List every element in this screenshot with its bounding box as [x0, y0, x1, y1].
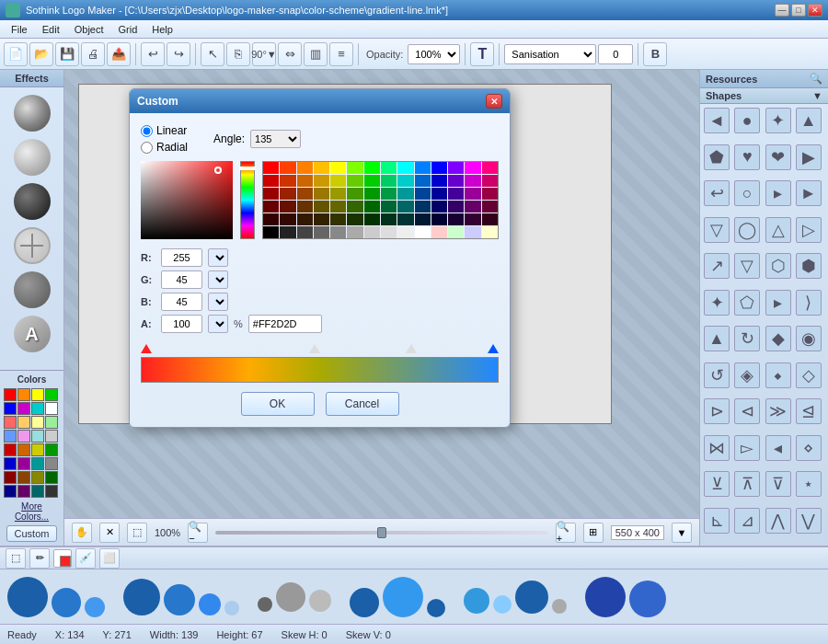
palette-color-cell[interactable] [347, 201, 362, 213]
lock-btn[interactable]: ⬜ [99, 548, 120, 569]
palette-color-cell[interactable] [381, 201, 397, 213]
palette-color-cell[interactable] [482, 175, 498, 187]
hex-input[interactable] [248, 315, 322, 333]
shape-item[interactable]: ▻ [734, 435, 760, 461]
ok-button[interactable]: OK [241, 392, 315, 416]
font-size-input[interactable] [598, 44, 633, 64]
color-circle[interactable] [493, 595, 512, 614]
angle-select[interactable]: 13504590180 [250, 130, 301, 148]
shape-item[interactable]: ✦ [765, 108, 791, 133]
effect-cross[interactable] [14, 227, 51, 264]
shape-item[interactable]: ▽ [704, 217, 730, 243]
palette-color-cell[interactable] [280, 188, 295, 200]
palette-color-cell[interactable] [448, 226, 464, 238]
search-icon[interactable]: 🔍 [810, 73, 822, 85]
color-circle[interactable] [585, 577, 626, 617]
palette-color-cell[interactable] [280, 162, 295, 174]
zoom-in[interactable]: 🔍+ [556, 523, 576, 543]
palette-color-cell[interactable] [448, 175, 464, 187]
palette-color-cell[interactable] [448, 201, 464, 213]
menu-object[interactable]: Object [67, 22, 111, 37]
effect-dark[interactable] [14, 183, 51, 220]
arrange-button[interactable]: ▥ [304, 42, 328, 66]
shape-item[interactable]: ► [796, 180, 822, 206]
color-palette[interactable] [262, 161, 499, 239]
shape-item[interactable]: ⬢ [796, 253, 822, 279]
palette-color-cell[interactable] [482, 162, 498, 174]
shapes-dropdown-icon[interactable]: ▼ [812, 90, 822, 101]
color-swatch[interactable] [17, 388, 30, 401]
palette-color-cell[interactable] [448, 162, 464, 174]
palette-color-cell[interactable] [431, 188, 447, 200]
shape-item[interactable]: ⊲ [734, 398, 760, 424]
palette-color-cell[interactable] [280, 213, 295, 225]
color-swatch[interactable] [4, 402, 17, 415]
shape-item[interactable]: ◉ [796, 326, 822, 351]
rotate-button[interactable]: 90°▼ [252, 42, 276, 66]
palette-color-cell[interactable] [330, 213, 346, 225]
palette-color-cell[interactable] [330, 188, 346, 200]
shape-item[interactable]: ◄ [704, 108, 730, 133]
palette-color-cell[interactable] [381, 226, 397, 238]
color-swatch[interactable] [17, 457, 30, 470]
g-input[interactable] [161, 270, 202, 289]
color-swatch[interactable] [17, 430, 30, 443]
close-button[interactable]: ✕ [808, 4, 822, 17]
color-swatch[interactable] [45, 457, 58, 470]
shape-item[interactable]: ⬡ [765, 253, 791, 279]
palette-color-cell[interactable] [397, 162, 413, 174]
palette-color-cell[interactable] [482, 213, 498, 225]
open-button[interactable]: 📂 [29, 42, 53, 66]
redo-button[interactable]: ↪ [167, 42, 190, 66]
shape-item[interactable]: ⊽ [765, 471, 791, 497]
shape-item[interactable]: ▲ [796, 108, 822, 133]
color-circle[interactable] [7, 577, 48, 617]
palette-color-cell[interactable] [347, 188, 362, 200]
shape-item[interactable]: ⊿ [734, 508, 760, 534]
a-input[interactable] [161, 315, 202, 333]
palette-color-cell[interactable] [415, 226, 431, 238]
shape-item[interactable]: ▷ [796, 217, 822, 243]
undo-button[interactable]: ↩ [141, 42, 165, 66]
color-circle[interactable] [350, 588, 379, 617]
r-select[interactable]: ▼ [208, 248, 228, 267]
strip-btn2[interactable]: ✏ [29, 548, 50, 569]
color-swatch[interactable] [31, 416, 44, 429]
palette-color-cell[interactable] [347, 175, 362, 187]
bold-button[interactable]: B [643, 42, 667, 66]
color-circle[interactable] [629, 581, 666, 617]
b-input[interactable] [161, 293, 202, 311]
color-swatch[interactable] [17, 471, 30, 484]
shape-item[interactable]: ◇ [796, 362, 822, 388]
color-circle[interactable] [383, 577, 423, 617]
color-swatch[interactable] [4, 443, 17, 456]
color-swatch[interactable] [4, 485, 17, 498]
palette-color-cell[interactable] [381, 175, 397, 187]
color-swatch[interactable] [17, 416, 30, 429]
color-circle[interactable] [123, 579, 160, 615]
font-select[interactable]: Sanisation [504, 44, 596, 64]
palette-color-cell[interactable] [330, 201, 346, 213]
zoom-slider[interactable] [215, 531, 548, 535]
color-swatch[interactable] [45, 388, 58, 401]
effect-light[interactable] [14, 139, 51, 176]
palette-color-cell[interactable] [314, 175, 329, 187]
fit-button[interactable]: ⊞ [583, 523, 604, 543]
zoom-out[interactable]: 🔍− [188, 523, 208, 543]
eyedropper-btn[interactable]: 💉 [75, 548, 96, 569]
palette-color-cell[interactable] [297, 226, 313, 238]
shape-item[interactable]: ↗ [704, 253, 730, 279]
canvas-size-btn[interactable]: ▼ [672, 523, 692, 543]
shape-item[interactable]: ↩ [704, 180, 730, 206]
color-swatch[interactable] [31, 485, 44, 498]
color-circle[interactable] [515, 581, 548, 614]
effect-mid[interactable] [14, 271, 51, 308]
palette-color-cell[interactable] [314, 162, 329, 174]
color-swatch[interactable] [45, 416, 58, 429]
palette-color-cell[interactable] [431, 201, 447, 213]
palette-color-cell[interactable] [415, 213, 431, 225]
palette-color-cell[interactable] [263, 226, 279, 238]
palette-color-cell[interactable] [381, 213, 397, 225]
palette-color-cell[interactable] [431, 213, 447, 225]
hue-strip[interactable] [240, 161, 255, 239]
